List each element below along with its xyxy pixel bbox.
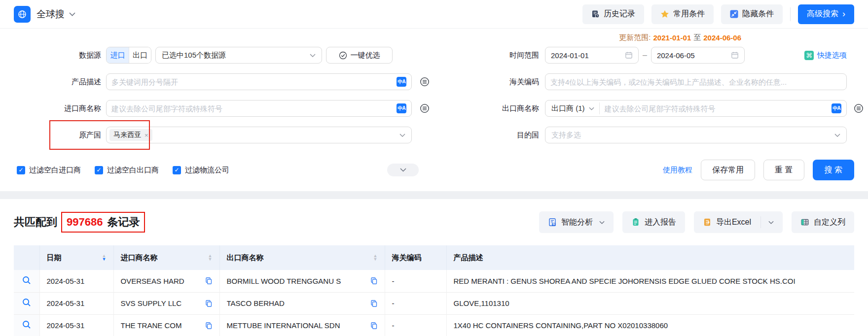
origin-tag: 马来西亚 ×: [109, 129, 152, 141]
topbar-actions: 历史记录 常用条件 隐藏条件 高级搜索: [582, 4, 854, 24]
history-button[interactable]: 历史记录: [582, 4, 644, 24]
filter-blank-importer-checkbox[interactable]: ✓ 过滤空白进口商: [17, 166, 81, 175]
exporter-input[interactable]: [605, 104, 832, 113]
cell-importer: THE TRANE COM: [113, 314, 219, 336]
sort-icon-importer[interactable]: ▲▼: [208, 254, 213, 261]
header-importer-label: 进口商名称: [121, 253, 158, 263]
origin-label: 原产国: [14, 131, 101, 140]
destination-placeholder: 支持多选: [551, 131, 581, 140]
date-range-dash: –: [643, 51, 647, 60]
row-detail-cell: [14, 314, 39, 336]
hide-conditions-label: 隐藏条件: [742, 9, 774, 19]
destination-select[interactable]: 支持多选: [545, 127, 847, 143]
cell-importer: OVERSEAS HARD: [113, 270, 219, 292]
quick-options-link[interactable]: ⌘ 快捷选项: [804, 51, 847, 60]
copy-icon[interactable]: [201, 277, 213, 285]
advanced-search-label: 高级搜索: [807, 9, 838, 19]
exporter-type-select[interactable]: 出口商 (1): [550, 102, 600, 114]
translate-icon[interactable]: 中A: [832, 103, 841, 113]
exporter-name[interactable]: BORMILL WOOD TRENGGANU S: [227, 277, 341, 285]
translate-icon[interactable]: 中A: [397, 77, 406, 87]
exclude-filter-icon[interactable]: [419, 76, 430, 87]
advanced-search-button[interactable]: 高级搜索 ›: [798, 4, 854, 24]
hide-conditions-button[interactable]: 隐藏条件: [721, 4, 783, 24]
importer-name[interactable]: SVS SUPPLY LLC: [121, 299, 182, 307]
tutorial-link[interactable]: 使用教程: [663, 166, 692, 175]
importer-input[interactable]: [111, 104, 397, 113]
importer-name[interactable]: THE TRANE COM: [121, 321, 182, 330]
search-detail-icon[interactable]: [22, 275, 32, 285]
header-exporter[interactable]: 出口商名称 ▲▼: [219, 245, 385, 270]
update-range-line: 更新范围: 2021-01-01 至 2024-06-06: [0, 32, 868, 43]
excel-export-icon: [703, 218, 712, 227]
origin-tag-label: 马来西亚: [113, 131, 141, 139]
date-start-value: 2024-01-01: [551, 51, 589, 60]
top-bar: 全球搜 历史记录 常用条件: [0, 0, 868, 29]
tab-import[interactable]: 进口: [107, 47, 129, 63]
smart-analysis-button[interactable]: BI 智能分析: [539, 211, 614, 233]
update-range-to: 至: [693, 33, 701, 42]
row-detail-cell: [14, 270, 39, 292]
enter-report-button[interactable]: 进入报告: [622, 211, 685, 233]
sort-icon-exporter[interactable]: ▲▼: [373, 254, 378, 261]
hs-code-input[interactable]: [550, 78, 841, 86]
results-suffix: 条记录: [107, 215, 140, 230]
results-count: 997686: [67, 216, 103, 229]
results-prefix: 共匹配到: [14, 215, 57, 230]
search-detail-icon[interactable]: [22, 320, 32, 330]
filter-logistics-checkbox[interactable]: ✓ 过滤物流公司: [173, 166, 229, 175]
header-detail-col: [14, 245, 39, 270]
hs-code-label: 海关编码: [431, 77, 539, 87]
filter-label: 过滤空白进口商: [29, 166, 81, 175]
export-dropdown-chevron[interactable]: [768, 221, 774, 224]
importer-name[interactable]: OVERSEAS HARD: [121, 277, 184, 285]
cell-product-desc: RED MERANTI : GENUS SHOREA AND SPECIE JO…: [446, 270, 854, 292]
collapse-form-button[interactable]: [387, 164, 419, 176]
search-button[interactable]: 搜 索: [813, 160, 854, 180]
copy-icon[interactable]: [201, 300, 213, 307]
cell-product-desc: GLOVE,1101310: [446, 292, 854, 314]
tab-export[interactable]: 出口: [129, 47, 151, 63]
export-excel-button[interactable]: 导出Excel: [694, 211, 783, 233]
product-desc-input[interactable]: [111, 78, 397, 86]
copy-icon[interactable]: [201, 322, 213, 330]
exporter-label: 出口商名称: [431, 104, 539, 113]
copy-icon[interactable]: [366, 277, 378, 285]
exporter-name[interactable]: METTUBE INTERNATIONAL SDN: [227, 321, 340, 330]
app-switcher-chevron[interactable]: [69, 12, 75, 16]
date-start-input[interactable]: 2024-01-01: [545, 47, 639, 64]
copy-icon[interactable]: [366, 300, 378, 307]
form-row-product: 产品描述 中A 海关编码: [0, 73, 868, 90]
date-end-input[interactable]: 2024-06-05: [651, 47, 745, 64]
origin-select[interactable]: 马来西亚 ×: [106, 127, 412, 143]
table-row: 2024-05-31 THE TRANE COM METTUBE INTERNA…: [14, 314, 854, 336]
filter-blank-exporter-checkbox[interactable]: ✓ 过滤空白出口商: [95, 166, 159, 175]
checkbox-checked-icon: ✓: [95, 166, 103, 174]
translate-icon[interactable]: 中A: [397, 103, 406, 113]
cell-exporter: BORMILL WOOD TRENGGANU S: [219, 270, 385, 292]
cell-hscode: -: [385, 292, 446, 314]
data-source-select[interactable]: 已选中105个数据源: [155, 47, 322, 64]
header-date[interactable]: 日期 ▲▼: [39, 245, 113, 270]
header-importer[interactable]: 进口商名称 ▲▼: [113, 245, 219, 270]
table-row: 2024-05-31 SVS SUPPLY LLC TASCO BERHAD -…: [14, 292, 854, 314]
save-common-button[interactable]: 保存常用: [701, 160, 755, 180]
reset-button[interactable]: 重 置: [763, 160, 804, 180]
header-exporter-label: 出口商名称: [227, 253, 264, 263]
tag-close-icon[interactable]: ×: [145, 132, 148, 139]
copy-icon[interactable]: [366, 322, 378, 330]
product-desc-label: 产品描述: [14, 77, 101, 87]
sort-icon-date[interactable]: ▲▼: [102, 254, 107, 261]
favorites-button[interactable]: 常用条件: [651, 4, 714, 24]
exclude-filter-icon[interactable]: [853, 103, 864, 114]
one-click-optimize-button[interactable]: 一键优选: [326, 47, 393, 64]
exclude-filter-icon[interactable]: [419, 103, 430, 114]
search-detail-icon[interactable]: [22, 298, 32, 307]
importer-inputbox: 中A: [106, 100, 412, 117]
calendar-icon: [625, 51, 633, 59]
cell-date: 2024-05-31: [39, 314, 113, 336]
custom-columns-button[interactable]: 自定义列: [792, 211, 854, 233]
bi-document-icon: BI: [548, 218, 557, 227]
filters-actions-row: ✓ 过滤空白进口商 ✓ 过滤空白出口商 ✓ 过滤物流公司 使用教程 保存常用 重…: [0, 163, 868, 177]
exporter-name[interactable]: TASCO BERHAD: [227, 299, 285, 307]
